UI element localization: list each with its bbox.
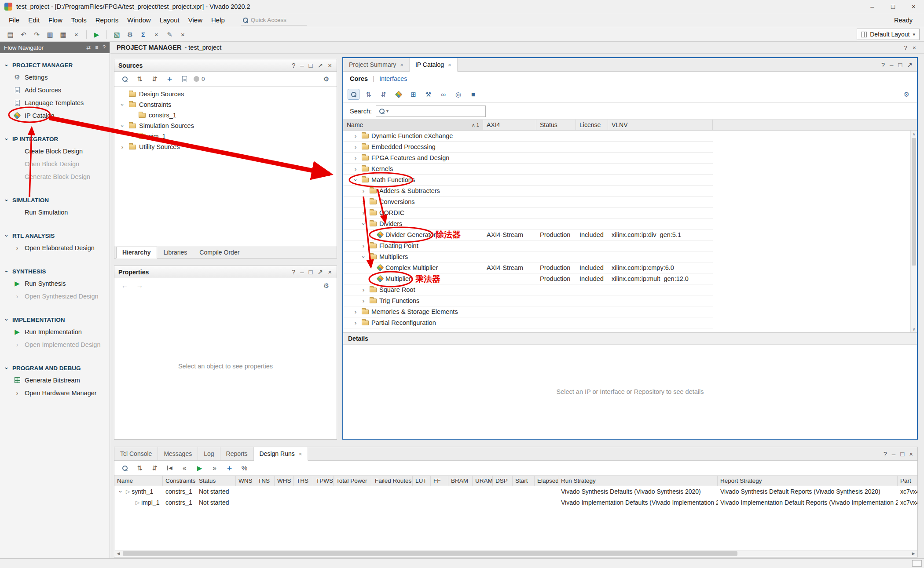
search-button[interactable] bbox=[119, 73, 131, 84]
runs-column-report-strategy[interactable]: Report Strategy bbox=[718, 476, 898, 486]
play-button[interactable]: ▶ bbox=[91, 29, 103, 40]
menu-tools[interactable]: Tools bbox=[67, 14, 91, 26]
tab-messages[interactable]: Messages bbox=[158, 447, 198, 460]
flow-section-header-simulation[interactable]: ›SIMULATION bbox=[0, 194, 110, 206]
runs-column-tpws[interactable]: TPWS bbox=[313, 476, 334, 486]
ip-row-trig-functions[interactable]: ›Trig Functions bbox=[343, 295, 713, 306]
scrollbar-thumb[interactable] bbox=[912, 138, 916, 266]
edit-button[interactable]: ✎ bbox=[164, 29, 176, 40]
ip-row-kernels[interactable]: ›Kernels bbox=[343, 164, 713, 175]
tab-project-summary[interactable]: Project Summary× bbox=[343, 58, 410, 71]
chevron-right-icon[interactable]: › bbox=[352, 309, 359, 315]
flow-item-open-block-design[interactable]: Open Block Design bbox=[0, 157, 110, 170]
back-button[interactable]: ← bbox=[119, 280, 131, 291]
ip-column-name[interactable]: Name∧ 1 bbox=[343, 120, 483, 130]
cancel-button[interactable]: × bbox=[150, 29, 162, 40]
settings-run-button[interactable]: ⚙ bbox=[124, 29, 136, 40]
scroll-up-icon[interactable]: ∧ bbox=[911, 131, 917, 137]
chevron-right-icon[interactable]: › bbox=[360, 210, 367, 216]
flow-section-header-synthesis[interactable]: ›SYNTHESIS bbox=[0, 266, 110, 277]
chevron-right-icon[interactable]: › bbox=[352, 155, 359, 161]
tab-tcl-console[interactable]: Tcl Console bbox=[114, 447, 158, 460]
runs-column-run-strategy[interactable]: Run Strategy bbox=[558, 476, 718, 486]
help-button[interactable]: ? bbox=[881, 62, 885, 68]
chevron-down-icon[interactable]: › bbox=[4, 317, 10, 322]
chevron-right-icon[interactable]: › bbox=[360, 188, 367, 194]
chevron-down-icon[interactable]: › bbox=[117, 488, 124, 495]
ip-row-complex-multiplier[interactable]: Complex MultiplierAXI4-StreamProductionI… bbox=[343, 262, 713, 273]
search-button[interactable] bbox=[119, 462, 131, 473]
delete-button[interactable]: × bbox=[70, 29, 82, 40]
wrench-button[interactable]: ⚒ bbox=[422, 89, 434, 100]
chevron-right-icon[interactable]: › bbox=[352, 133, 359, 139]
close-button[interactable]: × bbox=[328, 62, 332, 69]
ip-search-input[interactable] bbox=[390, 108, 483, 115]
run-row-impl-1[interactable]: ▷impl_1constrs_1Not startedVivado Implem… bbox=[114, 497, 917, 508]
runs-column-part[interactable]: Part bbox=[898, 476, 917, 486]
sum-button[interactable]: Σ bbox=[137, 29, 149, 40]
sources-tree-item-constrs-1[interactable]: constrs_1 bbox=[114, 110, 337, 120]
expand-all-button[interactable]: ⇅ bbox=[149, 462, 161, 473]
runs-column-tns[interactable]: TNS bbox=[255, 476, 275, 486]
runs-column-bram[interactable]: BRAM bbox=[448, 476, 473, 486]
quick-access[interactable] bbox=[241, 15, 307, 25]
runs-column-whs[interactable]: WHS bbox=[275, 476, 294, 486]
chevron-down-icon[interactable]: › bbox=[4, 365, 10, 371]
scrollbar-track[interactable] bbox=[122, 550, 910, 557]
scrollbar-thumb[interactable] bbox=[123, 551, 737, 556]
chevron-down-icon[interactable]: › bbox=[4, 136, 10, 142]
tab-libraries[interactable]: Libraries bbox=[158, 247, 193, 258]
chevron-down-icon[interactable]: › bbox=[4, 233, 10, 238]
flow-section-header-implementation[interactable]: ›IMPLEMENTATION bbox=[0, 314, 110, 325]
gear-button[interactable]: ⚙ bbox=[901, 89, 913, 100]
maximize-button[interactable]: □ bbox=[898, 62, 902, 68]
flow-item-open-implemented-design[interactable]: ›Open Implemented Design bbox=[0, 338, 110, 351]
subnav-cores[interactable]: Cores bbox=[350, 75, 368, 82]
chevron-down-icon[interactable]: › bbox=[119, 101, 126, 108]
sources-tree-item-constraints[interactable]: ›Constraints bbox=[114, 99, 337, 110]
minimize-button[interactable]: – bbox=[300, 62, 304, 69]
add-button[interactable]: + bbox=[224, 462, 235, 473]
runs-column-lut[interactable]: LUT bbox=[413, 476, 431, 486]
ip-row-multipliers[interactable]: ›Multipliers bbox=[343, 251, 713, 262]
window-minimize-button[interactable]: – bbox=[862, 0, 883, 13]
chevron-right-icon[interactable]: › bbox=[360, 298, 367, 304]
menu-help[interactable]: Help bbox=[207, 14, 229, 26]
tab-design-runs[interactable]: Design Runs× bbox=[254, 447, 308, 461]
quick-access-input[interactable] bbox=[251, 17, 299, 23]
tab-ip-catalog[interactable]: IP Catalog× bbox=[410, 58, 458, 72]
flow-item-ip-catalog[interactable]: IP Catalog bbox=[0, 109, 110, 122]
close-button[interactable]: × bbox=[909, 451, 913, 457]
help-icon[interactable]: ? bbox=[103, 44, 106, 51]
flow-section-header-program-and-debug[interactable]: ›PROGRAM AND DEBUG bbox=[0, 362, 110, 374]
ip-row-adders-subtracters[interactable]: ›Adders & Subtracters bbox=[343, 186, 713, 197]
expand-all-button[interactable]: ⇅ bbox=[378, 89, 389, 100]
close-icon[interactable]: × bbox=[913, 44, 916, 51]
maximize-button[interactable]: □ bbox=[900, 451, 904, 457]
sources-tree-item-utility-sources[interactable]: ›Utility Sources bbox=[114, 142, 337, 152]
flow-item-run-simulation[interactable]: Run Simulation bbox=[0, 206, 110, 218]
chevron-right-icon[interactable]: › bbox=[360, 287, 367, 293]
runs-column-dsp[interactable]: DSP bbox=[493, 476, 513, 486]
runs-column-elapsed[interactable]: Elapsed bbox=[535, 476, 558, 486]
ip-row-partial-reconfiguration[interactable]: ›Partial Reconfiguration bbox=[343, 317, 713, 328]
chevron-down-icon[interactable]: › bbox=[4, 62, 10, 68]
chevron-down-icon[interactable]: › bbox=[4, 197, 10, 203]
ip-column-axi4[interactable]: AXI4 bbox=[483, 120, 536, 130]
ip-row-conversions[interactable]: ›Conversions bbox=[343, 197, 713, 208]
window-maximize-button[interactable]: □ bbox=[883, 0, 903, 13]
runs-column-wns[interactable]: WNS bbox=[236, 476, 255, 486]
help-button[interactable]: ? bbox=[292, 269, 295, 275]
maximize-button[interactable]: □ bbox=[309, 269, 313, 275]
horizontal-scrollbar[interactable]: ◀ ▶ bbox=[115, 550, 917, 557]
sources-tree-item-design-sources[interactable]: Design Sources bbox=[114, 89, 337, 99]
percent-button[interactable]: % bbox=[238, 462, 250, 473]
flow-item-language-templates[interactable]: Language Templates bbox=[0, 96, 110, 109]
redo-button[interactable]: ↷ bbox=[31, 29, 43, 40]
stop-button[interactable]: ■ bbox=[467, 89, 479, 100]
runs-column-constraints[interactable]: Constraints bbox=[163, 476, 196, 486]
menu-reports[interactable]: Reports bbox=[91, 14, 123, 26]
runs-column-status[interactable]: Status bbox=[196, 476, 236, 486]
ip-row-embedded-processing[interactable]: ›Embedded Processing bbox=[343, 142, 713, 153]
flow-section-header-project-manager[interactable]: ›PROJECT MANAGER bbox=[0, 59, 110, 71]
